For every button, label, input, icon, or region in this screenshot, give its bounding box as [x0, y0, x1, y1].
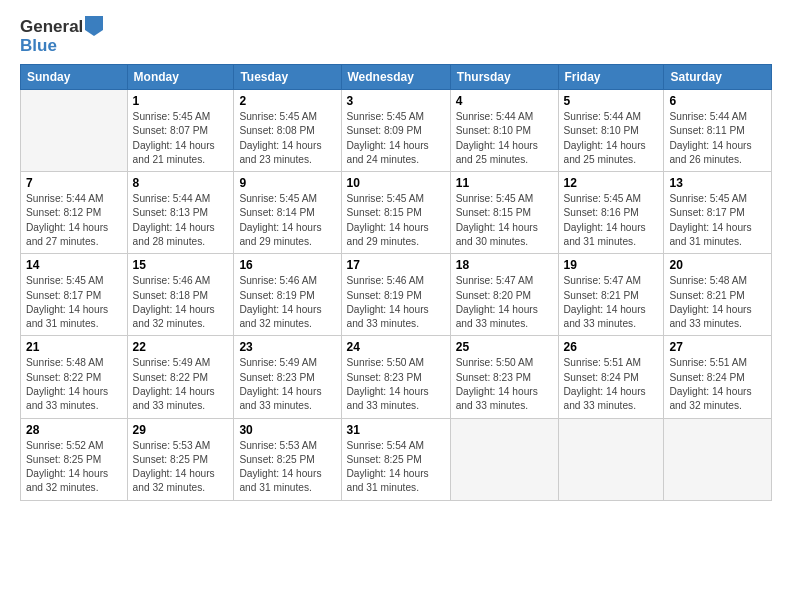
day-info: Sunrise: 5:49 AMSunset: 8:23 PMDaylight:… — [239, 356, 335, 413]
day-number: 25 — [456, 340, 553, 354]
calendar-cell: 31 Sunrise: 5:54 AMSunset: 8:25 PMDaylig… — [341, 418, 450, 500]
calendar-cell: 13 Sunrise: 5:45 AMSunset: 8:17 PMDaylig… — [664, 172, 772, 254]
logo-general-text: General — [20, 17, 83, 37]
day-info: Sunrise: 5:46 AMSunset: 8:19 PMDaylight:… — [347, 274, 445, 331]
calendar-cell — [450, 418, 558, 500]
day-number: 26 — [564, 340, 659, 354]
calendar-cell: 22 Sunrise: 5:49 AMSunset: 8:22 PMDaylig… — [127, 336, 234, 418]
day-number: 2 — [239, 94, 335, 108]
calendar-cell: 25 Sunrise: 5:50 AMSunset: 8:23 PMDaylig… — [450, 336, 558, 418]
day-number: 24 — [347, 340, 445, 354]
day-number: 1 — [133, 94, 229, 108]
calendar: SundayMondayTuesdayWednesdayThursdayFrid… — [20, 64, 772, 501]
calendar-cell: 16 Sunrise: 5:46 AMSunset: 8:19 PMDaylig… — [234, 254, 341, 336]
calendar-cell — [21, 90, 128, 172]
calendar-cell: 8 Sunrise: 5:44 AMSunset: 8:13 PMDayligh… — [127, 172, 234, 254]
calendar-cell: 17 Sunrise: 5:46 AMSunset: 8:19 PMDaylig… — [341, 254, 450, 336]
calendar-cell: 12 Sunrise: 5:45 AMSunset: 8:16 PMDaylig… — [558, 172, 664, 254]
day-info: Sunrise: 5:46 AMSunset: 8:18 PMDaylight:… — [133, 274, 229, 331]
header-thursday: Thursday — [450, 65, 558, 90]
day-info: Sunrise: 5:51 AMSunset: 8:24 PMDaylight:… — [669, 356, 766, 413]
day-info: Sunrise: 5:49 AMSunset: 8:22 PMDaylight:… — [133, 356, 229, 413]
day-info: Sunrise: 5:47 AMSunset: 8:21 PMDaylight:… — [564, 274, 659, 331]
calendar-cell: 19 Sunrise: 5:47 AMSunset: 8:21 PMDaylig… — [558, 254, 664, 336]
calendar-cell: 1 Sunrise: 5:45 AMSunset: 8:07 PMDayligh… — [127, 90, 234, 172]
calendar-cell: 27 Sunrise: 5:51 AMSunset: 8:24 PMDaylig… — [664, 336, 772, 418]
page-header: General Blue — [20, 16, 772, 56]
calendar-cell: 24 Sunrise: 5:50 AMSunset: 8:23 PMDaylig… — [341, 336, 450, 418]
day-info: Sunrise: 5:53 AMSunset: 8:25 PMDaylight:… — [239, 439, 335, 496]
day-number: 13 — [669, 176, 766, 190]
day-info: Sunrise: 5:44 AMSunset: 8:13 PMDaylight:… — [133, 192, 229, 249]
day-info: Sunrise: 5:44 AMSunset: 8:10 PMDaylight:… — [564, 110, 659, 167]
day-info: Sunrise: 5:44 AMSunset: 8:12 PMDaylight:… — [26, 192, 122, 249]
day-number: 27 — [669, 340, 766, 354]
day-info: Sunrise: 5:44 AMSunset: 8:11 PMDaylight:… — [669, 110, 766, 167]
logo-blue-text: Blue — [20, 36, 103, 56]
day-number: 15 — [133, 258, 229, 272]
header-saturday: Saturday — [664, 65, 772, 90]
calendar-cell: 4 Sunrise: 5:44 AMSunset: 8:10 PMDayligh… — [450, 90, 558, 172]
day-number: 20 — [669, 258, 766, 272]
calendar-cell — [664, 418, 772, 500]
day-info: Sunrise: 5:54 AMSunset: 8:25 PMDaylight:… — [347, 439, 445, 496]
header-sunday: Sunday — [21, 65, 128, 90]
calendar-cell: 21 Sunrise: 5:48 AMSunset: 8:22 PMDaylig… — [21, 336, 128, 418]
day-info: Sunrise: 5:45 AMSunset: 8:07 PMDaylight:… — [133, 110, 229, 167]
header-tuesday: Tuesday — [234, 65, 341, 90]
day-number: 9 — [239, 176, 335, 190]
svg-marker-0 — [85, 16, 103, 36]
day-info: Sunrise: 5:53 AMSunset: 8:25 PMDaylight:… — [133, 439, 229, 496]
day-info: Sunrise: 5:45 AMSunset: 8:17 PMDaylight:… — [669, 192, 766, 249]
day-number: 3 — [347, 94, 445, 108]
day-info: Sunrise: 5:45 AMSunset: 8:14 PMDaylight:… — [239, 192, 335, 249]
calendar-cell: 14 Sunrise: 5:45 AMSunset: 8:17 PMDaylig… — [21, 254, 128, 336]
day-number: 17 — [347, 258, 445, 272]
day-number: 22 — [133, 340, 229, 354]
day-info: Sunrise: 5:48 AMSunset: 8:22 PMDaylight:… — [26, 356, 122, 413]
day-info: Sunrise: 5:50 AMSunset: 8:23 PMDaylight:… — [456, 356, 553, 413]
day-number: 16 — [239, 258, 335, 272]
day-number: 6 — [669, 94, 766, 108]
day-info: Sunrise: 5:45 AMSunset: 8:08 PMDaylight:… — [239, 110, 335, 167]
day-info: Sunrise: 5:46 AMSunset: 8:19 PMDaylight:… — [239, 274, 335, 331]
day-info: Sunrise: 5:45 AMSunset: 8:09 PMDaylight:… — [347, 110, 445, 167]
calendar-cell: 11 Sunrise: 5:45 AMSunset: 8:15 PMDaylig… — [450, 172, 558, 254]
day-info: Sunrise: 5:45 AMSunset: 8:16 PMDaylight:… — [564, 192, 659, 249]
day-number: 23 — [239, 340, 335, 354]
day-number: 28 — [26, 423, 122, 437]
calendar-cell: 18 Sunrise: 5:47 AMSunset: 8:20 PMDaylig… — [450, 254, 558, 336]
day-number: 12 — [564, 176, 659, 190]
day-number: 18 — [456, 258, 553, 272]
calendar-cell: 6 Sunrise: 5:44 AMSunset: 8:11 PMDayligh… — [664, 90, 772, 172]
day-info: Sunrise: 5:52 AMSunset: 8:25 PMDaylight:… — [26, 439, 122, 496]
calendar-cell: 3 Sunrise: 5:45 AMSunset: 8:09 PMDayligh… — [341, 90, 450, 172]
day-number: 4 — [456, 94, 553, 108]
day-info: Sunrise: 5:45 AMSunset: 8:17 PMDaylight:… — [26, 274, 122, 331]
calendar-cell: 2 Sunrise: 5:45 AMSunset: 8:08 PMDayligh… — [234, 90, 341, 172]
day-info: Sunrise: 5:45 AMSunset: 8:15 PMDaylight:… — [456, 192, 553, 249]
day-number: 7 — [26, 176, 122, 190]
header-wednesday: Wednesday — [341, 65, 450, 90]
calendar-cell: 15 Sunrise: 5:46 AMSunset: 8:18 PMDaylig… — [127, 254, 234, 336]
calendar-cell: 28 Sunrise: 5:52 AMSunset: 8:25 PMDaylig… — [21, 418, 128, 500]
day-number: 5 — [564, 94, 659, 108]
day-info: Sunrise: 5:47 AMSunset: 8:20 PMDaylight:… — [456, 274, 553, 331]
day-info: Sunrise: 5:44 AMSunset: 8:10 PMDaylight:… — [456, 110, 553, 167]
calendar-cell — [558, 418, 664, 500]
day-info: Sunrise: 5:50 AMSunset: 8:23 PMDaylight:… — [347, 356, 445, 413]
calendar-cell: 30 Sunrise: 5:53 AMSunset: 8:25 PMDaylig… — [234, 418, 341, 500]
day-number: 31 — [347, 423, 445, 437]
calendar-cell: 5 Sunrise: 5:44 AMSunset: 8:10 PMDayligh… — [558, 90, 664, 172]
day-info: Sunrise: 5:51 AMSunset: 8:24 PMDaylight:… — [564, 356, 659, 413]
calendar-cell: 29 Sunrise: 5:53 AMSunset: 8:25 PMDaylig… — [127, 418, 234, 500]
day-number: 10 — [347, 176, 445, 190]
logo: General Blue — [20, 16, 103, 56]
header-friday: Friday — [558, 65, 664, 90]
day-info: Sunrise: 5:48 AMSunset: 8:21 PMDaylight:… — [669, 274, 766, 331]
calendar-cell: 7 Sunrise: 5:44 AMSunset: 8:12 PMDayligh… — [21, 172, 128, 254]
day-number: 29 — [133, 423, 229, 437]
calendar-cell: 23 Sunrise: 5:49 AMSunset: 8:23 PMDaylig… — [234, 336, 341, 418]
calendar-cell: 26 Sunrise: 5:51 AMSunset: 8:24 PMDaylig… — [558, 336, 664, 418]
day-number: 21 — [26, 340, 122, 354]
